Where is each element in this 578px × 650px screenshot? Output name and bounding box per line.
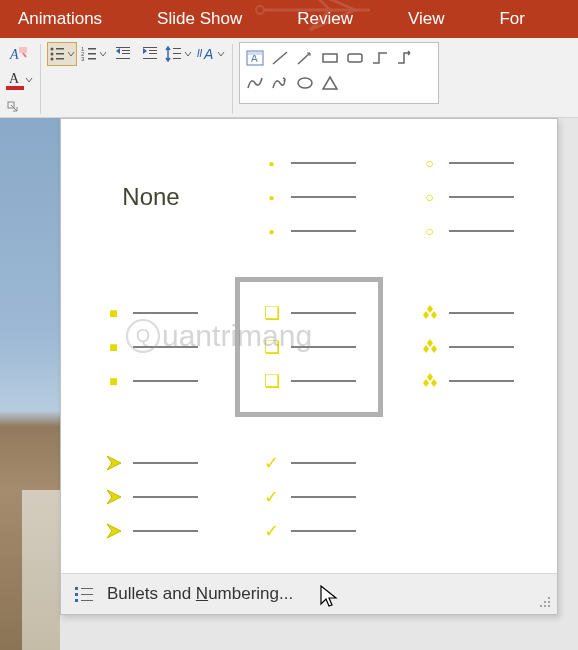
svg-point-9 <box>51 58 54 61</box>
svg-point-5 <box>51 48 54 51</box>
svg-rect-20 <box>116 58 130 59</box>
bullet-check-icon: ✓ <box>263 454 281 472</box>
svg-text:A: A <box>9 71 20 85</box>
svg-rect-8 <box>56 53 64 55</box>
svg-point-39 <box>544 601 546 603</box>
bullet-square-open-icon: ❏ <box>263 304 281 322</box>
tab-slide-show[interactable]: Slide Show <box>157 9 242 29</box>
svg-point-0 <box>256 6 264 14</box>
shape-curve-arrow[interactable] <box>269 72 291 94</box>
svg-rect-16 <box>88 58 96 60</box>
svg-rect-23 <box>149 53 157 54</box>
tab-review[interactable]: Review <box>297 9 353 29</box>
increase-indent-button[interactable] <box>138 42 162 66</box>
bullets-icon <box>48 45 66 63</box>
svg-rect-17 <box>116 47 130 48</box>
font-color-icon: A <box>8 71 22 85</box>
svg-point-42 <box>544 605 546 607</box>
slide-edit-area: None ● ● ● ○ ○ ○ ■ ■ ■ ❏ ❏ ❏ <box>0 118 578 650</box>
font-group: A A <box>6 42 34 114</box>
text-direction-dropdown-icon <box>216 42 226 66</box>
line-spacing-dropdown-icon <box>183 42 193 66</box>
bullet-diamond-icon <box>421 304 439 322</box>
shape-rounded-rect[interactable] <box>344 47 366 69</box>
svg-rect-32 <box>248 52 262 55</box>
tab-animations[interactable]: Animations <box>18 9 102 29</box>
bullet-arrowhead-icon <box>105 454 123 472</box>
svg-rect-22 <box>149 50 157 51</box>
svg-rect-21 <box>143 47 157 48</box>
tab-format[interactable]: For <box>499 9 525 29</box>
text-direction-button[interactable]: ll A <box>196 42 226 66</box>
svg-point-7 <box>51 53 54 56</box>
svg-rect-19 <box>122 53 130 54</box>
text-direction-icon: ll A <box>196 45 216 63</box>
shape-elbow-arrow[interactable] <box>394 47 416 69</box>
svg-rect-25 <box>173 48 181 49</box>
decrease-indent-button[interactable] <box>111 42 135 66</box>
shape-curve[interactable] <box>244 72 266 94</box>
clear-formatting-icon: A <box>8 45 28 63</box>
svg-rect-27 <box>173 58 181 59</box>
bullet-line <box>291 162 356 164</box>
svg-point-38 <box>548 597 550 599</box>
numbering-button[interactable]: 1 2 3 <box>80 42 108 66</box>
increase-indent-icon <box>141 45 159 63</box>
line-spacing-button[interactable] <box>165 42 193 66</box>
bullets-button[interactable] <box>47 42 77 66</box>
dialog-launcher-font[interactable] <box>6 100 20 114</box>
shape-rectangle[interactable] <box>319 47 341 69</box>
mouse-cursor-icon <box>319 584 339 610</box>
paragraph-group: 1 2 3 <box>47 42 226 66</box>
svg-point-40 <box>548 601 550 603</box>
svg-point-41 <box>540 605 542 607</box>
bullet-option-none[interactable]: None <box>77 127 225 267</box>
bullets-and-numbering-menu-item[interactable]: Bullets and Numbering... <box>61 573 557 614</box>
font-color-button[interactable]: A <box>6 68 34 92</box>
shape-oval[interactable] <box>294 72 316 94</box>
bullet-option-diamond-cluster[interactable] <box>393 277 541 417</box>
numbering-icon: 1 2 3 <box>80 45 98 63</box>
svg-line-34 <box>298 53 310 64</box>
bullet-option-open-square[interactable]: ❏ ❏ ❏ <box>235 277 383 417</box>
shape-line-arrow[interactable] <box>294 47 316 69</box>
bullets-list-icon <box>75 587 95 602</box>
bullet-option-open-circle[interactable]: ○ ○ ○ <box>393 127 541 267</box>
svg-rect-24 <box>143 58 157 59</box>
svg-point-37 <box>298 78 312 88</box>
svg-rect-10 <box>56 58 64 60</box>
line-spacing-icon <box>165 45 183 63</box>
bullet-option-filled-square[interactable]: ■ ■ ■ <box>77 277 225 417</box>
svg-rect-35 <box>323 54 337 62</box>
dialog-launcher-icon <box>7 101 19 113</box>
bullets-grid: None ● ● ● ○ ○ ○ ■ ■ ■ ❏ ❏ ❏ <box>61 119 557 573</box>
bullet-square-filled-icon: ■ <box>105 304 123 322</box>
svg-text:A: A <box>9 47 19 62</box>
svg-point-43 <box>548 605 550 607</box>
shape-textbox[interactable]: A <box>244 47 266 69</box>
slide-background-strip <box>0 118 60 650</box>
bullet-option-arrowhead[interactable] <box>77 427 225 567</box>
none-label: None <box>122 183 179 211</box>
numbering-dropdown-icon <box>98 42 108 66</box>
bullet-option-checkmark[interactable]: ✓ ✓ ✓ <box>235 427 383 567</box>
bullet-circle-icon: ○ <box>421 154 439 172</box>
clear-formatting-button[interactable]: A <box>6 42 30 66</box>
svg-line-33 <box>273 52 287 64</box>
svg-rect-14 <box>88 53 96 55</box>
decrease-indent-icon <box>114 45 132 63</box>
resize-grip-icon[interactable] <box>539 596 551 608</box>
font-color-dropdown-icon <box>24 68 34 92</box>
ribbon-toolbar: A A <box>0 38 578 118</box>
shape-line[interactable] <box>269 47 291 69</box>
svg-text:ll: ll <box>197 47 202 59</box>
shape-triangle[interactable] <box>319 72 341 94</box>
shapes-gallery[interactable]: A <box>239 42 439 104</box>
svg-rect-6 <box>56 48 64 50</box>
svg-rect-18 <box>122 50 130 51</box>
svg-rect-2 <box>19 47 27 53</box>
bullet-option-small-dot[interactable]: ● ● ● <box>235 127 383 267</box>
tab-view[interactable]: View <box>408 9 445 29</box>
shape-connector[interactable] <box>369 47 391 69</box>
svg-rect-36 <box>348 54 362 62</box>
